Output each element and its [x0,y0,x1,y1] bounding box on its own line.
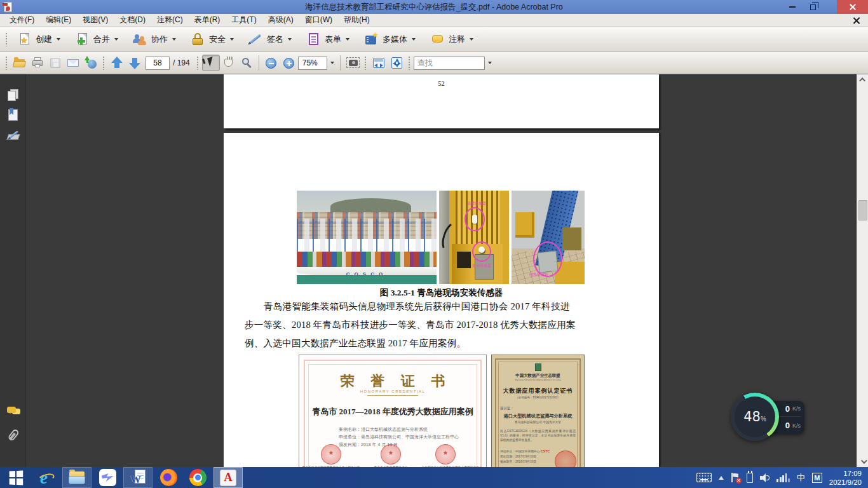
pen-sign-icon [248,32,263,47]
certificate-footer-line: 有效期至：2018年9月10日 [500,459,536,463]
certificate-org: 中国大数据产业生态联盟 [492,373,584,379]
select-tool-button[interactable] [202,55,220,71]
signatures-panel-icon[interactable] [6,128,21,144]
close-button[interactable] [837,0,868,14]
zoom-level-value[interactable]: 75% [298,57,327,70]
combine-icon [74,32,90,47]
select-cursor-icon [203,55,219,71]
scrollbar-thumb[interactable] [858,200,867,220]
collaborate-button[interactable]: 协作 [126,29,182,50]
attachments-panel-icon[interactable] [3,424,24,446]
hand-tool-button[interactable] [220,55,238,71]
touch-keyboard-icon[interactable] [696,473,712,482]
taskbar-acrobat-active[interactable]: A [214,467,243,488]
magnifier-icon [239,55,254,71]
snapshot-button[interactable] [344,55,362,71]
comments-panel-icon[interactable] [6,403,21,419]
taskbar-thunder[interactable] [93,467,122,488]
forms-label: 表单 [325,34,341,45]
certificate-label: 兹认定： [500,406,514,410]
sign-button[interactable]: 签名 [242,29,297,50]
menu-view[interactable]: 视图(V) [77,14,114,26]
zoom-dropdown-arrow[interactable] [327,57,337,70]
multimedia-button[interactable]: 多媒体 [358,29,421,50]
toolbar-grip[interactable] [196,56,200,70]
menu-document[interactable]: 文档(D) [114,14,151,26]
lock-icon [190,32,205,47]
print-button[interactable] [29,55,46,71]
scroll-down-button[interactable] [857,456,868,467]
globe-upload-icon [83,55,98,71]
bookmarks-panel-icon[interactable] [6,108,21,123]
menu-edit[interactable]: 编辑(E) [40,14,77,26]
sensor-annotation-label: 温度传感器 [467,201,486,207]
combine-button[interactable]: 合并 [69,29,124,50]
pdf-page-52: 52 [224,74,659,128]
close-document-icon[interactable] [853,17,860,24]
speed-monitor-widget[interactable]: 0 K/s 0 K/s 48 % [731,393,806,442]
zoom-out-button[interactable] [262,55,280,71]
fit-page-icon [389,55,404,71]
fit-width-icon [371,55,386,71]
taskbar-firefox[interactable] [154,467,183,488]
next-page-button[interactable] [126,55,144,71]
open-button[interactable] [11,55,29,71]
clock[interactable]: 17:09 2021/9/20 [829,469,862,487]
menu-comments[interactable]: 注释(C) [151,14,189,26]
network-signal-icon[interactable] [776,473,789,482]
marquee-zoom-button[interactable] [238,55,255,71]
create-button[interactable]: 创建 [11,29,66,50]
previous-page-button[interactable] [108,55,126,71]
taskbar-file-explorer[interactable] [62,467,92,488]
save-button[interactable] [46,55,64,71]
toolbar-grip[interactable] [364,56,367,70]
secure-button[interactable]: 安全 [184,29,240,50]
toolbar-grip[interactable] [5,32,8,46]
pages-panel-icon[interactable] [6,88,21,103]
fit-page-button[interactable] [388,55,405,71]
ime-mode-indicator[interactable]: M [812,473,822,483]
menu-help[interactable]: 帮助(H) [338,14,376,26]
comment-button[interactable]: 注释 [424,29,479,50]
usage-percent-sign: % [761,416,766,423]
page-number-input[interactable] [146,57,170,70]
body-text-line: 例、入选中国大数据产业生态联盟 2017 年应用案例。 [245,337,600,349]
menu-forms[interactable]: 表单(R) [189,14,226,26]
toolbar-grip[interactable] [408,56,411,70]
menu-file[interactable]: 文件(F) [4,14,40,26]
system-tray: 中 M 17:09 2021/9/20 [696,467,868,488]
body-text-line: 步一等奖、2018 年青岛市科技进步一等奖、青岛市 2017-2018 优秀大数… [245,319,600,331]
taskbar-word[interactable]: W [123,467,153,488]
memory-usage-gauge[interactable]: 48 % [731,393,779,441]
menu-advanced[interactable]: 高级(A) [262,14,299,26]
toolbar-grip[interactable] [102,56,105,70]
forms-button[interactable]: 表单 [300,29,355,50]
fit-width-button[interactable] [370,55,388,71]
toolbar-grip[interactable] [5,56,8,70]
upload-share-button[interactable] [82,55,100,71]
tasks-toolbar: 创建 合并 协作 安全 签名 表单 多媒体 注释 [0,27,868,52]
find-dropdown-arrow[interactable] [485,57,494,70]
ime-language-indicator[interactable]: 中 [797,472,805,484]
find-input[interactable] [414,57,485,70]
vertical-scrollbar[interactable] [857,74,868,467]
minimize-button[interactable] [783,0,802,14]
hand-icon [221,55,236,71]
speaker-icon[interactable] [760,473,770,482]
certificate-footer-line: 发证日期：2017年9月10日 [500,454,536,458]
email-button[interactable] [64,55,82,71]
start-button[interactable] [0,467,32,488]
restore-button[interactable] [803,0,822,14]
menu-tools[interactable]: 工具(T) [226,14,262,26]
action-center-flag-icon[interactable] [731,473,740,483]
power-icon[interactable] [747,473,753,483]
thunder-bird-icon [99,469,116,486]
page-footer-number: 52 [224,80,659,87]
taskbar-chrome[interactable] [183,467,212,488]
scroll-up-button[interactable] [857,74,868,85]
photo-port-aerial: COSCO [297,191,437,284]
menu-window[interactable]: 窗口(W) [299,14,338,26]
taskbar-internet-explorer[interactable]: e [32,467,61,488]
zoom-in-button[interactable] [280,55,298,71]
show-hidden-icons-icon[interactable] [719,476,724,480]
